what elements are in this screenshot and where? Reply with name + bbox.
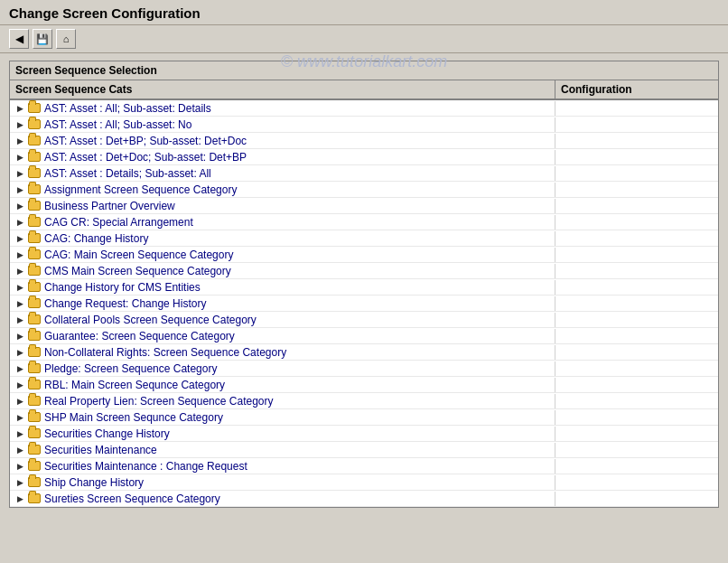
config-cell	[555, 433, 718, 435]
folder-icon	[28, 477, 41, 487]
list-item[interactable]: ▶AST: Asset : Det+BP; Sub-asset: Det+Doc	[10, 133, 718, 149]
col-config-header: Configuration	[555, 80, 718, 99]
list-item[interactable]: ▶SHP Main Screen Sequnce Category	[10, 409, 718, 426]
list-item[interactable]: ▶Securities Change History	[10, 426, 718, 442]
config-cell	[555, 303, 718, 305]
expand-icon[interactable]: ▶	[14, 265, 26, 277]
item-label: CAG: Main Screen Sequence Category	[44, 249, 233, 261]
list-item[interactable]: ▶AST: Asset : All; Sub-asset: No	[10, 117, 718, 133]
list-item[interactable]: ▶CAG: Change History	[10, 230, 718, 247]
config-cell	[555, 124, 718, 126]
config-cell	[555, 417, 718, 418]
expand-icon[interactable]: ▶	[14, 460, 26, 473]
expand-icon[interactable]: ▶	[14, 346, 26, 359]
item-label: Securities Maintenance	[44, 444, 157, 456]
expand-icon[interactable]: ▶	[14, 102, 26, 115]
item-label: RBL: Main Screen Sequnce Category	[44, 379, 225, 391]
expand-icon[interactable]: ▶	[14, 216, 26, 229]
expand-icon[interactable]: ▶	[14, 379, 26, 391]
expand-icon[interactable]: ▶	[14, 330, 26, 342]
list-item[interactable]: ▶Collateral Pools Screen Sequence Catego…	[10, 312, 718, 328]
list-item[interactable]: ▶Securities Maintenance : Change Request	[10, 458, 718, 474]
config-cell	[555, 465, 718, 467]
item-label: Change History for CMS Entities	[44, 281, 201, 294]
config-cell	[555, 286, 718, 288]
list-item[interactable]: ▶Non-Collateral Rights: Screen Sequence …	[10, 344, 718, 361]
list-item[interactable]: ▶CMS Main Screen Sequence Category	[10, 263, 718, 279]
expand-icon[interactable]: ▶	[14, 395, 26, 408]
list-item[interactable]: ▶Change Request: Change History	[10, 296, 718, 312]
list-item[interactable]: ▶AST: Asset : All; Sub-asset: Details	[10, 100, 718, 117]
item-label: AST: Asset : Details; Sub-asset: All	[44, 167, 211, 180]
expand-icon[interactable]: ▶	[14, 249, 26, 261]
config-cell	[555, 482, 718, 483]
expand-icon[interactable]: ▶	[14, 444, 26, 456]
config-cell	[555, 498, 718, 500]
config-cell	[555, 254, 718, 256]
folder-icon	[28, 217, 41, 227]
expand-icon[interactable]: ▶	[14, 151, 26, 164]
item-label: CMS Main Screen Sequence Category	[44, 265, 231, 277]
config-cell	[555, 384, 718, 386]
folder-icon	[28, 331, 41, 341]
expand-icon[interactable]: ▶	[14, 493, 26, 505]
list-item[interactable]: ▶AST: Asset : Det+Doc; Sub-asset: Det+BP	[10, 149, 718, 165]
list-item[interactable]: ▶CAG CR: Special Arrangement	[10, 214, 718, 230]
expand-icon[interactable]: ▶	[14, 281, 26, 294]
item-label: SHP Main Screen Sequnce Category	[44, 411, 223, 424]
config-cell	[555, 173, 718, 174]
folder-icon	[28, 103, 41, 113]
list-item[interactable]: ▶Pledge: Screen Sequence Category	[10, 361, 718, 377]
folder-icon	[28, 396, 41, 406]
config-cell	[555, 368, 718, 370]
expand-icon[interactable]: ▶	[14, 411, 26, 424]
item-label: Assignment Screen Sequence Category	[44, 183, 237, 196]
config-cell	[555, 238, 718, 239]
expand-icon[interactable]: ▶	[14, 427, 26, 440]
folder-icon	[28, 119, 41, 129]
col-name-header: Screen Sequence Cats	[10, 80, 555, 99]
list-item[interactable]: ▶Assignment Screen Sequence Category	[10, 182, 718, 198]
back-button[interactable]: ◀	[9, 29, 29, 49]
expand-icon[interactable]: ▶	[14, 297, 26, 310]
list-item[interactable]: ▶CAG: Main Screen Sequence Category	[10, 247, 718, 263]
item-label: CAG CR: Special Arrangement	[44, 216, 193, 229]
expand-icon[interactable]: ▶	[14, 118, 26, 131]
expand-icon[interactable]: ▶	[14, 232, 26, 245]
folder-icon	[28, 412, 41, 422]
expand-icon[interactable]: ▶	[14, 314, 26, 326]
list-item[interactable]: ▶Real Property Lien: Screen Sequence Cat…	[10, 393, 718, 409]
item-label: Ship Change History	[44, 476, 144, 489]
save-button[interactable]: 💾	[33, 29, 52, 49]
config-cell	[555, 449, 718, 451]
expand-icon[interactable]: ▶	[14, 362, 26, 375]
folder-icon	[28, 428, 41, 438]
item-label: AST: Asset : Det+BP; Sub-asset: Det+Doc	[44, 135, 247, 147]
tree-body[interactable]: ▶AST: Asset : All; Sub-asset: Details▶AS…	[10, 100, 718, 507]
expand-icon[interactable]: ▶	[14, 200, 26, 212]
item-label: Securities Change History	[44, 427, 170, 440]
list-item[interactable]: ▶Guarantee: Screen Sequence Category	[10, 328, 718, 344]
list-item[interactable]: ▶Business Partner Overview	[10, 198, 718, 214]
tree-table-header: Screen Sequence Cats Configuration	[10, 80, 718, 100]
folder-icon	[28, 493, 41, 503]
list-item[interactable]: ▶Ship Change History	[10, 474, 718, 491]
list-item[interactable]: ▶Sureties Screen Sequence Category	[10, 491, 718, 507]
expand-icon[interactable]: ▶	[14, 167, 26, 180]
config-cell	[555, 352, 718, 353]
list-item[interactable]: ▶RBL: Main Screen Sequnce Category	[10, 377, 718, 393]
config-cell	[555, 335, 718, 337]
folder-icon	[28, 168, 41, 178]
main-content: Screen Sequence Selection Screen Sequenc…	[0, 53, 728, 515]
expand-icon[interactable]: ▶	[14, 135, 26, 147]
back-icon: ◀	[15, 33, 23, 45]
item-label: AST: Asset : Det+Doc; Sub-asset: Det+BP	[44, 151, 247, 164]
list-item[interactable]: ▶Change History for CMS Entities	[10, 279, 718, 296]
expand-icon[interactable]: ▶	[14, 183, 26, 196]
list-item[interactable]: ▶AST: Asset : Details; Sub-asset: All	[10, 165, 718, 182]
config-cell	[555, 319, 718, 321]
folder-icon	[28, 380, 41, 389]
list-item[interactable]: ▶Securities Maintenance	[10, 442, 718, 458]
navigate-button[interactable]: ⌂	[56, 29, 76, 49]
expand-icon[interactable]: ▶	[14, 476, 26, 489]
